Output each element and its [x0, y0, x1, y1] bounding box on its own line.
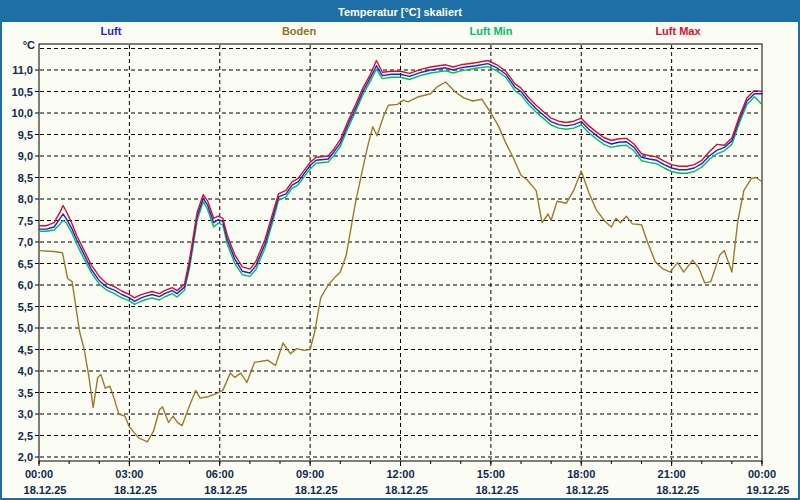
x-axis-time-label: 18:00 — [567, 468, 595, 480]
x-axis-time-label: 00:00 — [748, 468, 776, 480]
y-axis-tick-label: 4,0 — [18, 365, 33, 377]
plot-window: Temperatur [°C] skaliert Luft Boden Luft… — [0, 0, 800, 500]
y-axis-tick-label: 9,0 — [18, 150, 33, 162]
x-axis-time-label: 21:00 — [658, 468, 686, 480]
y-axis-tick-label: 5,0 — [18, 322, 33, 334]
temperature-chart: 2,02,53,03,54,04,55,05,56,06,57,07,58,08… — [2, 2, 800, 500]
y-axis-tick-label: 11,0 — [12, 64, 33, 76]
y-axis-tick-label: 7,0 — [18, 236, 33, 248]
x-axis-date-label: 18.12.25 — [295, 484, 338, 496]
x-axis-date-label: 18.12.25 — [24, 484, 67, 496]
y-axis-tick-label: 6,0 — [18, 279, 33, 291]
y-axis-tick-label: 3,0 — [18, 408, 33, 420]
x-axis-date-label: 18.12.25 — [385, 484, 428, 496]
x-axis-date-label: 18.12.25 — [114, 484, 157, 496]
x-axis-time-label: 15:00 — [477, 468, 505, 480]
x-axis-date-label: 19.12.25 — [747, 484, 790, 496]
x-axis-time-label: 03:00 — [115, 468, 143, 480]
x-axis-time-label: 09:00 — [296, 468, 324, 480]
y-axis-tick-label: 10,5 — [12, 86, 33, 98]
y-axis-tick-label: 8,0 — [18, 193, 33, 205]
y-axis-tick-label: 7,5 — [18, 215, 33, 227]
series-line-boden — [39, 82, 762, 442]
y-axis-tick-label: 4,5 — [18, 344, 33, 356]
y-axis-tick-label: 2,5 — [18, 430, 33, 442]
y-axis-tick-label: 3,5 — [18, 387, 33, 399]
y-axis-tick-label: 8,5 — [18, 172, 33, 184]
x-axis-time-label: 12:00 — [386, 468, 414, 480]
y-axis-tick-label: 5,5 — [18, 301, 33, 313]
x-axis-date-label: 18.12.25 — [204, 484, 247, 496]
x-axis-date-label: 18.12.25 — [475, 484, 518, 496]
x-axis-date-label: 18.12.25 — [566, 484, 609, 496]
y-axis-unit-label: °C — [23, 39, 35, 51]
y-axis-tick-label: 10,0 — [12, 107, 33, 119]
y-axis-tick-label: 2,0 — [18, 451, 33, 463]
y-axis-tick-label: 9,5 — [18, 129, 33, 141]
x-axis-time-label: 06:00 — [206, 468, 234, 480]
y-axis-tick-label: 6,5 — [18, 258, 33, 270]
x-axis-time-label: 00:00 — [25, 468, 53, 480]
x-axis-date-label: 18.12.25 — [656, 484, 699, 496]
